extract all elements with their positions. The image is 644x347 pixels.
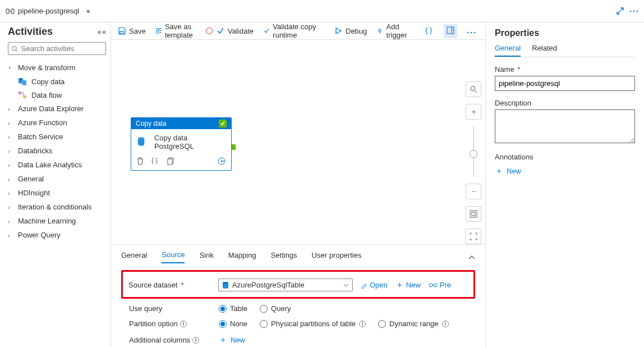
template-icon	[156, 27, 162, 35]
search-canvas-button[interactable]	[466, 81, 481, 97]
activity-properties-panel: General Source Sink Mapping Settings Use…	[111, 244, 485, 347]
add-trigger-button[interactable]: Add trigger	[377, 22, 412, 39]
tab-mapping[interactable]: Mapping	[228, 251, 256, 263]
validate-button[interactable]: Validate	[217, 27, 254, 35]
properties-tab-related[interactable]: Related	[532, 44, 557, 57]
tab-settings[interactable]: Settings	[271, 251, 297, 263]
info-icon[interactable]: i	[192, 337, 199, 344]
properties-tab-general[interactable]: General	[495, 44, 521, 57]
svg-rect-15	[156, 31, 158, 34]
collapse-panel-icon[interactable]	[468, 253, 475, 261]
info-icon[interactable]: i	[442, 321, 449, 327]
open-dataset-button[interactable]: Open	[361, 281, 388, 289]
group-label: Iteration & conditionals	[18, 203, 92, 211]
search-field[interactable]	[21, 44, 102, 53]
zoom-out-button[interactable]: －	[466, 184, 481, 199]
radio-query[interactable]: Query	[260, 304, 291, 313]
json-view-button[interactable]: { }	[422, 24, 437, 38]
more-menu-button[interactable]	[464, 25, 479, 38]
debug-button[interactable]: Debug	[334, 27, 367, 35]
save-label: Save	[129, 27, 146, 35]
group-databricks[interactable]: ›Databricks	[8, 144, 106, 158]
tab-general[interactable]: General	[121, 251, 147, 263]
tab-source[interactable]: Source	[162, 250, 185, 263]
svg-text:{ }: { }	[151, 157, 158, 164]
group-power-query[interactable]: ›Power Query	[8, 228, 106, 242]
description-input[interactable]	[495, 109, 635, 143]
node-output-handle[interactable]	[232, 144, 236, 150]
group-hdinsight[interactable]: ›HDInsight	[8, 186, 106, 200]
pencil-icon	[361, 282, 367, 289]
source-dataset-row: Source dataset* AzurePostgreSqlTable Ope…	[121, 270, 475, 299]
plus-icon: ＋	[219, 335, 227, 345]
titlebar: pipeline-postgresql ●	[0, 0, 644, 22]
tab-user-properties[interactable]: User properties	[312, 251, 362, 263]
svg-rect-10	[19, 92, 21, 94]
zoom-in-button[interactable]: ＋	[466, 104, 481, 120]
group-batch-service[interactable]: ›Batch Service	[8, 130, 106, 144]
activity-copy-data[interactable]: Copy data	[8, 75, 106, 88]
svg-rect-31	[470, 211, 477, 217]
activity-data-flow[interactable]: Data flow	[8, 88, 106, 102]
code-icon[interactable]: { }	[151, 157, 159, 167]
delete-icon[interactable]	[137, 157, 144, 167]
group-label: Azure Function	[18, 118, 67, 127]
play-icon	[334, 27, 342, 35]
radio-dynamic[interactable]: Dynamic range i	[378, 319, 448, 328]
activity-label: Data flow	[31, 91, 62, 99]
pipeline-canvas[interactable]: Copy data Copy data PostgreSQL { }	[111, 40, 462, 244]
source-dataset-label: Source dataset	[128, 281, 177, 289]
use-query-radio-group: Table Query	[219, 304, 291, 313]
svg-point-4	[633, 10, 635, 12]
activity-label: Copy data	[31, 77, 65, 86]
expand-window-icon[interactable]	[617, 7, 624, 15]
copy-data-icon	[137, 136, 149, 148]
save-as-template-button[interactable]: Save as template	[156, 22, 206, 39]
activity-node-copy-data[interactable]: Copy data Copy data PostgreSQL { }	[131, 117, 232, 171]
search-input[interactable]	[8, 42, 106, 55]
source-dataset-select[interactable]: AzurePostgreSqlTable	[218, 278, 353, 291]
info-icon[interactable]: i	[180, 321, 187, 327]
group-label: Databricks	[18, 147, 52, 155]
add-column-button[interactable]: ＋New	[219, 335, 245, 345]
pipeline-tab[interactable]: pipeline-postgresql ●	[6, 7, 90, 16]
radio-none[interactable]: None	[219, 319, 247, 328]
group-data-lake-analytics[interactable]: ›Data Lake Analytics	[8, 158, 106, 172]
search-icon	[12, 45, 18, 52]
node-header: Copy data	[131, 118, 231, 129]
more-icon[interactable]	[629, 10, 638, 12]
group-move-transform[interactable]: ⌄Move & transform	[8, 61, 106, 75]
properties-toggle-button[interactable]	[444, 24, 457, 38]
save-button[interactable]: Save	[118, 27, 146, 35]
fit-to-screen-button[interactable]	[466, 206, 481, 222]
validate-copy-runtime-label: Validate copy runtime	[273, 22, 324, 39]
name-input[interactable]	[495, 76, 635, 91]
info-icon[interactable]: i	[359, 321, 366, 327]
group-azure-data-explorer[interactable]: ›Azure Data Explorer	[8, 102, 106, 116]
group-label: Batch Service	[18, 133, 63, 141]
clone-icon[interactable]	[167, 157, 174, 167]
group-machine-learning[interactable]: ›Machine Learning	[8, 214, 106, 228]
preview-data-button[interactable]: Pre	[429, 281, 451, 289]
zoom-slider[interactable]	[473, 126, 474, 177]
group-iteration-conditionals[interactable]: ›Iteration & conditionals	[8, 200, 106, 214]
fullscreen-button[interactable]	[466, 229, 481, 244]
radio-table[interactable]: Table	[219, 304, 247, 313]
group-general[interactable]: ›General	[8, 172, 106, 186]
radio-physical[interactable]: Physical partitions of table i	[260, 319, 366, 328]
node-anchor-icon[interactable]	[206, 28, 213, 34]
group-label: Machine Learning	[18, 217, 76, 225]
tab-sink[interactable]: Sink	[199, 251, 213, 263]
svg-rect-9	[22, 80, 26, 85]
activities-header[interactable]: Activities ««	[8, 26, 106, 38]
partition-option-label: Partition option	[129, 319, 178, 328]
collapse-sidebar-icon[interactable]: ««	[98, 28, 106, 36]
new-dataset-button[interactable]: ＋New	[395, 280, 421, 290]
copy-data-icon	[18, 77, 27, 86]
add-annotation-button[interactable]: ＋New	[495, 166, 635, 176]
add-output-icon[interactable]	[218, 157, 226, 167]
group-azure-function[interactable]: ›Azure Function	[8, 116, 106, 130]
validate-copy-runtime-button[interactable]: Validate copy runtime	[264, 22, 324, 39]
svg-point-22	[471, 31, 472, 33]
check-icon	[264, 27, 269, 35]
